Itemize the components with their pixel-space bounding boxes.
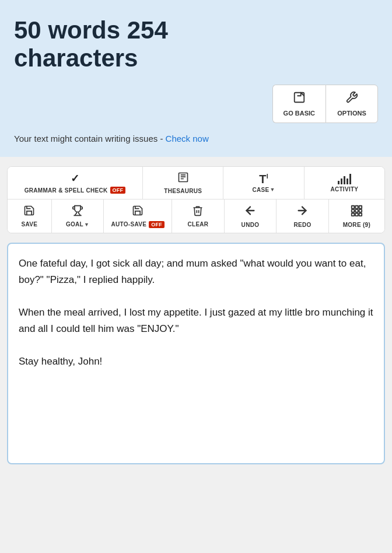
goal-button[interactable]: GOAL ▼ [52,200,104,233]
options-label: OPTIONS [337,110,366,117]
top-buttons: GO BASIC OPTIONS [14,85,378,123]
autosave-off-badge: OFF [149,221,164,228]
writing-issues-text: Your text might contain writing issues -… [14,132,378,146]
toolbar-section: ✓ GRAMMAR & SPELL CHECK OFF THESAURUS TI… [7,166,385,233]
activity-button[interactable]: ACTIVITY [304,167,384,199]
case-button[interactable]: TI CASE ▼ [223,167,304,199]
goal-dropdown-arrow: ▼ [84,222,89,228]
more-icon [350,204,363,220]
clear-label: CLEAR [187,221,208,228]
editor-content[interactable]: One fateful day, I got sick all day; and… [19,256,373,370]
options-button[interactable]: OPTIONS [326,85,378,123]
save-icon [23,205,35,219]
undo-label: UNDO [242,222,260,228]
svg-rect-8 [352,206,355,209]
clear-icon [192,205,204,219]
svg-rect-14 [352,214,355,216]
svg-rect-13 [359,209,362,212]
autosave-label: AUTO-SAVE [111,221,146,228]
word-count-title: 50 words 254 characters [14,16,378,73]
more-button[interactable]: MORE (9) [329,200,384,233]
more-label: MORE (9) [343,222,370,228]
check-now-link[interactable]: Check now [166,134,209,144]
undo-icon [244,204,257,220]
case-icon: TI [259,173,268,185]
grammar-label: GRAMMAR & SPELL CHECK [24,187,108,194]
save-button[interactable]: SAVE [8,200,52,233]
go-basic-button[interactable]: GO BASIC [272,85,326,123]
clear-button[interactable]: CLEAR [172,200,225,233]
options-icon [345,91,358,107]
thesaurus-button[interactable]: THESAURUS [143,167,223,199]
go-basic-icon [293,91,306,107]
autosave-icon [132,205,144,219]
redo-icon [296,204,309,220]
header-section: 50 words 254 characters GO BASIC OPTIONS [0,0,392,157]
go-basic-label: GO BASIC [284,110,315,117]
thesaurus-icon [177,172,189,186]
save-label: SAVE [22,221,38,228]
thesaurus-label: THESAURUS [164,188,202,194]
svg-rect-11 [352,209,355,212]
activity-icon [338,174,351,184]
grammar-off-badge: OFF [110,187,126,194]
goal-icon [72,205,83,219]
svg-rect-9 [356,206,359,209]
case-label: CASE [252,187,269,193]
redo-label: REDO [293,222,311,228]
case-dropdown-arrow: ▼ [270,187,275,192]
undo-button[interactable]: UNDO [225,200,277,233]
goal-label: GOAL [66,221,83,228]
checkmark-icon: ✓ [71,172,79,185]
toolbar-row-2: SAVE GOAL ▼ [8,200,384,233]
toolbar-row-1: ✓ GRAMMAR & SPELL CHECK OFF THESAURUS TI… [8,167,384,200]
word-count-line2: characters [14,44,138,72]
svg-rect-10 [359,206,362,209]
autosave-button[interactable]: AUTO-SAVE OFF [104,200,172,233]
svg-rect-16 [359,214,362,216]
editor-section[interactable]: One fateful day, I got sick all day; and… [7,243,385,464]
svg-rect-15 [356,214,359,216]
activity-label: ACTIVITY [330,186,358,192]
redo-button[interactable]: REDO [276,200,329,233]
word-count-line1: 50 words 254 [14,16,168,44]
svg-rect-12 [356,209,359,212]
grammar-spell-check-button[interactable]: ✓ GRAMMAR & SPELL CHECK OFF [8,167,143,199]
